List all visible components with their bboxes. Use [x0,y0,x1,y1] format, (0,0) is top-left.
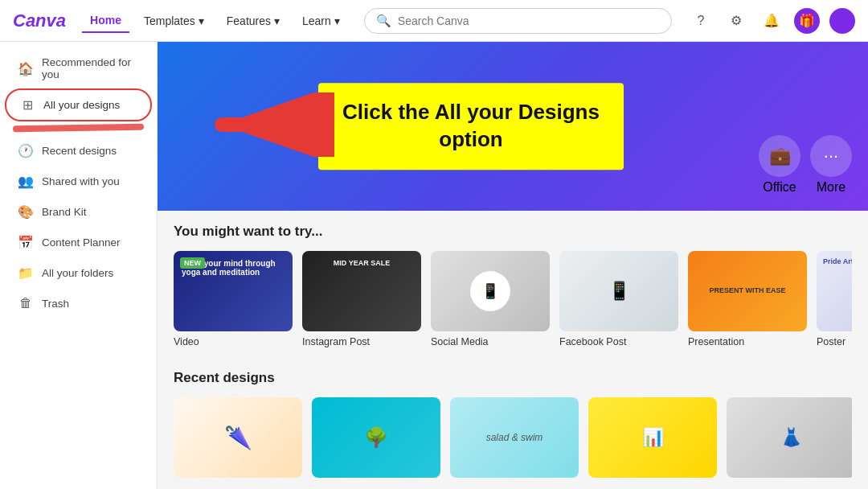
gift-icon[interactable]: 🎁 [794,8,820,34]
sidebar-item-recommended[interactable]: 🏠 Recommended for you [5,49,152,88]
try-card-social[interactable]: 📱 Social Media [431,251,550,347]
banner-icons: 💼 Office ··· More [759,135,852,195]
grid-icon: ⊞ [19,97,35,113]
try-card-presentation[interactable]: PRESENT WITH EASE Presentation [688,251,807,347]
try-card-img-poster: Pride Art Showcase [817,251,852,331]
sidebar-item-all-designs[interactable]: ⊞ All your designs [5,88,152,121]
try-card-label: Video [174,336,293,347]
settings-icon[interactable]: ⚙ [723,8,749,34]
nav-templates[interactable]: Templates ▾ [136,10,212,32]
try-section-title: You might want to try... [174,224,852,240]
sidebar-item-label: Recent designs [42,145,117,157]
banner: Click the All your Designs option 💼 Offi… [158,42,868,211]
office-label: Office [763,180,796,195]
recent-card-2[interactable]: 🌳 [312,397,440,478]
more-btn[interactable]: ··· More [810,135,852,195]
sidebar-item-folders[interactable]: 📁 All your folders [5,258,152,288]
layout: 🏠 Recommended for you ⊞ All your designs… [0,42,868,489]
more-icon-circle: ··· [810,135,852,177]
recent-grid: 🌂 🌳 salad & swim 📊 👗 [174,397,852,478]
palette-icon: 🎨 [18,204,34,220]
try-card-label: Poster [817,336,852,347]
sidebar-item-brand[interactable]: 🎨 Brand Kit [5,197,152,227]
try-card-img-video: NEW Clear your mind through yoga and med… [174,251,293,331]
recent-section-title: Recent designs [174,370,852,386]
people-icon: 👥 [18,174,34,189]
folder-icon: 📁 [18,265,34,281]
recent-card-5[interactable]: 👗 [727,397,852,478]
notifications-icon[interactable]: 🔔 [759,8,784,34]
help-icon[interactable]: ? [688,8,714,34]
search-input[interactable] [398,14,660,27]
recent-card-4[interactable]: 📊 [588,397,717,478]
try-card-instagram[interactable]: MID YEAR SALE Instagram Post [302,251,421,347]
try-card-img-social: 📱 [431,251,550,331]
nav-learn[interactable]: Learn ▾ [294,10,348,32]
main-content: Click the All your Designs option 💼 Offi… [158,42,868,489]
recent-card-1[interactable]: 🌂 [174,397,302,478]
sidebar-item-label: Shared with you [42,175,120,187]
avatar[interactable] [829,8,855,34]
sidebar-item-trash[interactable]: 🗑 Trash [5,289,152,318]
try-card-img-instagram: MID YEAR SALE [302,251,421,331]
try-card-facebook[interactable]: 📱 Facebook Post [559,251,678,347]
try-section: You might want to try... NEW Clear your … [174,224,852,351]
callout-box: Click the All your Designs option [318,83,624,170]
red-underline-decoration [13,124,144,133]
new-badge: NEW [180,257,205,269]
try-card-label: Presentation [688,336,807,347]
content-area: You might want to try... NEW Clear your … [158,211,868,489]
try-card-img-facebook: 📱 [559,251,678,331]
home-icon: 🏠 [18,61,34,76]
recent-card-3[interactable]: salad & swim [450,397,579,478]
sidebar-item-label: Content Planner [42,236,121,249]
try-card-label: Facebook Post [559,336,678,347]
logo-text: Canva [13,10,66,31]
sidebar-item-label: Trash [42,298,69,310]
header-icons: ? ⚙ 🔔 🎁 [688,8,855,34]
sidebar: 🏠 Recommended for you ⊞ All your designs… [0,42,158,489]
try-grid: NEW Clear your mind through yoga and med… [174,251,852,351]
try-card-label: Social Media [431,336,550,347]
nav-home[interactable]: Home [82,9,129,33]
search-bar[interactable]: 🔍 [364,8,672,34]
red-arrow [206,92,334,160]
clock-icon: 🕐 [18,143,34,158]
sidebar-item-recent[interactable]: 🕐 Recent designs [5,136,152,166]
header: Canva Home Templates ▾ Features ▾ Learn … [0,0,868,42]
sidebar-item-shared[interactable]: 👥 Shared with you [5,166,152,196]
sidebar-item-label: Recommended for you [42,56,139,80]
logo[interactable]: Canva [13,10,66,31]
nav-features[interactable]: Features ▾ [219,10,288,32]
more-label: More [817,180,845,195]
recent-section: Recent designs 🌂 🌳 salad & swim 📊 [174,370,852,478]
sidebar-item-label: All your designs [43,99,120,111]
office-icon-circle: 💼 [759,135,800,177]
try-card-poster[interactable]: Pride Art Showcase Poster [817,251,852,347]
try-card-img-presentation: PRESENT WITH EASE [688,251,807,331]
try-card-video[interactable]: NEW Clear your mind through yoga and med… [174,251,293,347]
try-card-label: Instagram Post [302,336,421,347]
sidebar-item-label: Brand Kit [42,206,87,218]
sidebar-item-content-planner[interactable]: 📅 Content Planner [5,228,152,257]
trash-icon: 🗑 [18,296,34,310]
office-btn[interactable]: 💼 Office [759,135,800,195]
calendar-icon: 📅 [18,235,34,250]
sidebar-item-label: All your folders [42,267,113,279]
callout-text: Click the All your Designs option [342,100,600,151]
search-icon: 🔍 [376,14,391,28]
